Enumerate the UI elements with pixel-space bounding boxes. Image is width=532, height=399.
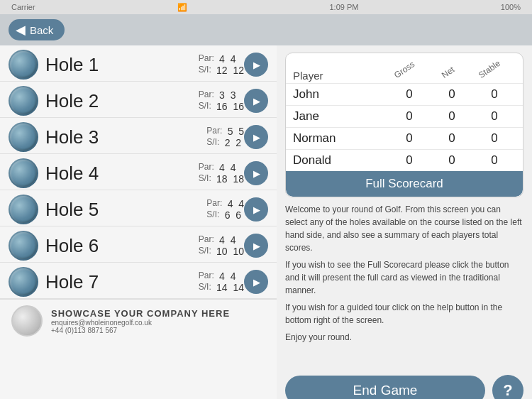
play-hole-button[interactable]: [244, 234, 268, 258]
company-name: SHOWCASE YOUR COMPANY HERE: [51, 308, 230, 319]
si-line: S/I: 10 10: [199, 246, 244, 257]
hole-row: Hole 3 Par: 5 5 S/I: 2 2: [0, 118, 277, 154]
hole-rows: Hole 1 Par: 4 4 S/I: 12 12 Hole 2 Par: 3…: [0, 45, 277, 299]
si-value: 12 12: [216, 65, 244, 76]
hole-icon-inner: [10, 196, 37, 223]
status-bar: Carrier 📶 1:09 PM 100%: [0, 0, 532, 14]
hole-icon-inner: [10, 124, 37, 151]
info-paragraph: Welcome to your round of Golf. From this…: [285, 203, 523, 254]
play-hole-button[interactable]: [244, 197, 268, 222]
golf-ball-logo: [11, 305, 43, 337]
player-row: John 0 0 0: [286, 83, 523, 105]
hole-row: Hole 4 Par: 4 4 S/I: 18 18: [0, 154, 277, 190]
hole-icon: [9, 158, 38, 188]
info-paragraph: If you wish to see the Full Scorecard pl…: [285, 258, 523, 297]
net-score: 0: [431, 131, 473, 146]
si-line: S/I: 16 16: [199, 101, 244, 112]
net-score: 0: [431, 153, 473, 168]
par-value: 4 4: [228, 198, 244, 209]
full-scorecard-button[interactable]: Full Scorecard: [286, 171, 523, 197]
scorecard-box: Player Gross Net Stable John 0 0 0 Jane …: [285, 53, 523, 197]
player-name: Jane: [293, 109, 388, 124]
si-label: S/I:: [199, 101, 214, 112]
net-col-header: Net: [431, 56, 473, 82]
hole-name: Hole 7: [45, 271, 199, 293]
player-col-label: Player: [293, 70, 388, 82]
right-panel: Player Gross Net Stable John 0 0 0 Jane …: [277, 45, 532, 399]
gross-score: 0: [388, 153, 431, 168]
help-button[interactable]: ?: [492, 375, 523, 399]
hole-stats: Par: 3 3 S/I: 16 16: [199, 89, 244, 112]
si-value: 14 14: [216, 282, 244, 293]
par-label: Par:: [206, 198, 224, 209]
hole-name: Hole 3: [45, 126, 206, 148]
player-rows: John 0 0 0 Jane 0 0 0 Norman 0 0 0 Donal…: [286, 83, 523, 171]
company-email: enquires@wholeinonegolf.co.uk: [51, 319, 230, 327]
gross-col-header: Gross: [388, 56, 431, 82]
hole-icon: [9, 50, 38, 80]
si-line: S/I: 2 2: [206, 137, 244, 148]
par-value: 5 5: [228, 126, 244, 137]
player-row: Donald 0 0 0: [286, 149, 523, 171]
stable-col-header: Stable: [473, 56, 516, 82]
hole-icon: [9, 122, 38, 152]
si-value: 10 10: [216, 246, 244, 257]
player-name: John: [293, 87, 388, 102]
hole-icon: [9, 267, 38, 297]
end-game-button[interactable]: End Game: [285, 376, 485, 399]
play-hole-button[interactable]: [244, 125, 268, 149]
scorecard-header: Player Gross Net Stable: [286, 53, 523, 83]
back-button-label: Back: [30, 24, 53, 36]
par-line: Par: 5 5: [206, 126, 244, 137]
main-content: Hole 1 Par: 4 4 S/I: 12 12 Hole 2 Par: 3…: [0, 45, 532, 399]
si-line: S/I: 14 14: [199, 282, 244, 293]
si-line: S/I: 18 18: [199, 173, 244, 185]
player-name: Donald: [293, 153, 388, 168]
play-hole-button[interactable]: [244, 89, 268, 113]
back-button[interactable]: ◀ Back: [9, 19, 65, 40]
si-label: S/I:: [199, 173, 214, 185]
info-paragraph: If you wish for a guided tour click on t…: [285, 301, 523, 327]
par-line: Par: 3 3: [199, 89, 244, 101]
par-label: Par:: [199, 162, 216, 173]
hole-stats: Par: 4 4 S/I: 14 14: [199, 270, 244, 293]
info-paragraph: Enjoy your round.: [285, 331, 523, 344]
battery-display: 100%: [501, 3, 521, 11]
si-value: 18 18: [216, 173, 244, 185]
logo-area: SHOWCASE YOUR COMPANY HERE enquires@whol…: [0, 299, 277, 342]
hole-row: Hole 2 Par: 3 3 S/I: 16 16: [0, 82, 277, 118]
hole-icon-inner: [10, 87, 37, 114]
hole-row: Hole 1 Par: 4 4 S/I: 12 12: [0, 45, 277, 82]
gross-score: 0: [388, 131, 431, 146]
par-value: 4 4: [219, 53, 235, 65]
stable-score: 0: [473, 87, 516, 102]
play-hole-button[interactable]: [244, 270, 268, 294]
gross-score: 0: [388, 87, 431, 102]
hole-name: Hole 6: [45, 235, 199, 257]
logo-text: SHOWCASE YOUR COMPANY HERE enquires@whol…: [51, 308, 230, 334]
par-value: 4 4: [219, 270, 235, 282]
net-score: 0: [431, 87, 473, 102]
par-label: Par:: [206, 126, 224, 137]
stable-score: 0: [473, 109, 516, 124]
hole-icon-inner: [10, 160, 37, 187]
par-value: 3 3: [219, 89, 235, 101]
info-text-container: Welcome to your round of Golf. From this…: [285, 203, 523, 348]
hole-list: Hole 1 Par: 4 4 S/I: 12 12 Hole 2 Par: 3…: [0, 45, 277, 399]
player-name: Norman: [293, 131, 388, 146]
play-hole-button[interactable]: [244, 53, 268, 77]
hole-icon: [9, 231, 38, 261]
hole-row: Hole 7 Par: 4 4 S/I: 14 14: [0, 263, 277, 299]
play-hole-button[interactable]: [244, 161, 268, 185]
hole-row: Hole 6 Par: 4 4 S/I: 10 10: [0, 226, 277, 263]
par-label: Par:: [199, 234, 216, 246]
hole-stats: Par: 4 4 S/I: 18 18: [199, 162, 244, 185]
si-value: 16 16: [216, 101, 244, 112]
hole-stats: Par: 4 4 S/I: 10 10: [199, 234, 244, 257]
si-label: S/I:: [206, 209, 221, 221]
si-label: S/I:: [206, 137, 221, 148]
si-line: S/I: 12 12: [199, 65, 244, 76]
hole-stats: Par: 4 4 S/I: 6 6: [206, 198, 244, 221]
net-score: 0: [431, 109, 473, 124]
hole-icon: [9, 195, 38, 224]
